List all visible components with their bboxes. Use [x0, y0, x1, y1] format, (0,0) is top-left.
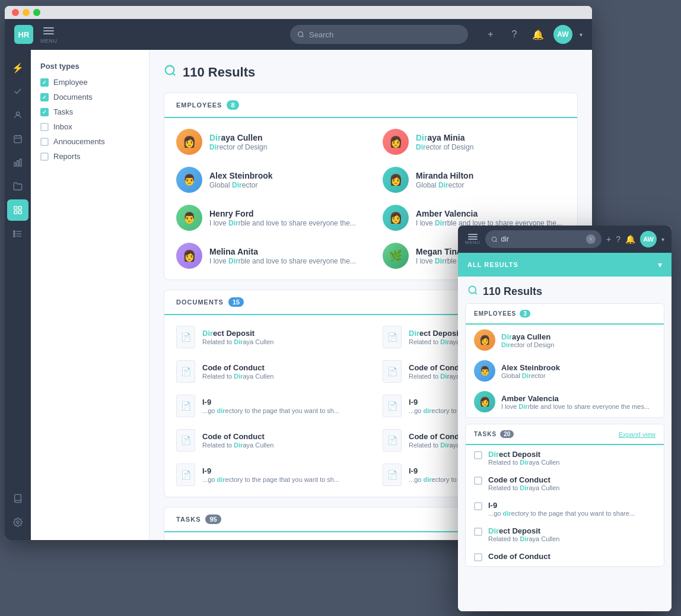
svg-rect-9	[20, 159, 21, 166]
popup-task-item[interactable]: I-9 ...go directory to the page that you…	[466, 496, 664, 522]
popup-add-icon[interactable]: +	[606, 234, 611, 244]
popup-task-checkbox[interactable]	[474, 553, 482, 561]
search-bar[interactable]: Search	[290, 25, 468, 44]
popup-task-name: Code of Conduct	[488, 475, 559, 484]
popup-user-avatar[interactable]: AW	[640, 231, 657, 247]
filter-reports[interactable]: Reports	[40, 152, 139, 161]
svg-rect-3	[14, 136, 21, 143]
popup-employee-item[interactable]: 👩 Diraya Cullen Director of Design	[466, 325, 664, 355]
popup-menu-button[interactable]	[468, 234, 478, 240]
employee-item[interactable]: 👩 Diraya Cullen Director of Design	[164, 123, 371, 161]
sidebar-icon-calendar[interactable]	[7, 128, 28, 150]
doc-item[interactable]: 📄 Code of Conduct Related to Diraya Cull…	[164, 423, 371, 458]
sidebar-icon-folder[interactable]	[7, 176, 28, 197]
sidebar-icon-bolt[interactable]: ⚡	[7, 57, 28, 78]
popup-avatar: 👩	[474, 329, 495, 351]
employee-item[interactable]: 👩 Diraya Minia Director of Design	[371, 123, 577, 161]
filter-announcements-checkbox[interactable]	[40, 138, 49, 146]
popup-employee-item[interactable]: 👩 Amber Valencia I love Dirrble and love…	[466, 386, 664, 417]
popup-employee-item[interactable]: 👨 Alex Steinbrook Global Director	[466, 355, 664, 386]
minimize-dot[interactable]	[23, 9, 30, 16]
filter-tasks[interactable]: Tasks	[40, 107, 139, 116]
employees-section-title: EMPLOYEES	[176, 101, 222, 109]
document-icon: 📄	[176, 429, 195, 452]
employee-name: Miranda Hilton	[416, 170, 473, 181]
filter-inbox-checkbox[interactable]	[40, 123, 49, 131]
sidebar-icon-grid[interactable]	[7, 199, 28, 221]
filter-tasks-checkbox[interactable]	[40, 108, 49, 116]
employee-name: Diraya Minia	[416, 132, 473, 143]
employee-item[interactable]: 👨 Henry Ford I love Dirrble and love to …	[164, 199, 371, 237]
employee-info: Henry Ford I love Dirrble and love to sh…	[209, 208, 356, 227]
avatar: 🌿	[383, 243, 409, 269]
employee-info: Melina Anita I love Dirrble and love to …	[209, 246, 356, 265]
filter-inbox[interactable]: Inbox	[40, 122, 139, 131]
popup-task-checkbox[interactable]	[474, 502, 482, 510]
popup-task-item[interactable]: Direct Deposit Related to Diraya Cullen	[466, 445, 664, 471]
popup-menu-group[interactable]: MENU	[465, 234, 480, 245]
popup-help-icon[interactable]: ?	[616, 234, 620, 244]
popup-expand-view[interactable]: Expand view	[619, 431, 655, 438]
filter-reports-checkbox[interactable]	[40, 153, 49, 161]
popup-tasks-title: TASKS	[474, 431, 497, 437]
filter-employee-checkbox[interactable]	[40, 78, 49, 87]
menu-group[interactable]: MENU	[40, 25, 58, 44]
document-icon: 📄	[176, 360, 195, 383]
popup-task-name: Code of Conduct	[488, 552, 550, 561]
popup-task-checkbox[interactable]	[474, 477, 482, 485]
popup-clear-button[interactable]: ×	[586, 234, 596, 244]
employee-item[interactable]: 👩 Miranda Hilton Global Director	[371, 161, 577, 199]
doc-item[interactable]: 📄 Code of Conduct Related to Diraya Cull…	[164, 354, 371, 389]
svg-rect-10	[14, 207, 17, 209]
employee-name: Diraya Cullen	[209, 132, 267, 143]
avatar: 👩	[176, 243, 202, 269]
chevron-down-icon[interactable]: ▾	[580, 31, 583, 38]
popup-task-item[interactable]: Direct Deposit Related to Diraya Cullen	[466, 522, 664, 547]
popup-task-item[interactable]: Code of Conduct Related to Diraya Cullen	[466, 471, 664, 496]
popup-all-results-bar[interactable]: ALL RESULTS ▾	[458, 253, 672, 277]
doc-item[interactable]: 📄 I-9 ...go directory to the page that y…	[164, 458, 371, 492]
filter-inbox-label: Inbox	[53, 122, 72, 131]
employee-item[interactable]: 👩 Melina Anita I love Dirrble and love t…	[164, 237, 371, 275]
popup-search-bar[interactable]: dir ×	[485, 230, 602, 248]
close-dot[interactable]	[12, 9, 19, 16]
menu-label: MENU	[40, 38, 58, 44]
filter-documents-checkbox[interactable]	[40, 93, 49, 101]
add-icon[interactable]: +	[482, 26, 499, 43]
doc-item[interactable]: 📄 Direct Deposit Related to Diraya Culle…	[164, 320, 371, 354]
popup-task-checkbox[interactable]	[474, 451, 482, 459]
help-icon[interactable]: ?	[506, 26, 523, 43]
popup-chevron-down-icon[interactable]: ▾	[661, 236, 664, 243]
document-icon: 📄	[176, 463, 195, 486]
sidebar-icon-chart[interactable]	[7, 152, 28, 173]
sidebar-icon-user[interactable]	[7, 104, 28, 126]
popup-task-sub: ...go directory to the page that you wan…	[488, 510, 635, 517]
doc-name: I-9	[202, 466, 339, 477]
popup-bell-icon[interactable]: 🔔	[625, 234, 635, 244]
popup-task-name: Direct Deposit	[488, 450, 559, 459]
sidebar-icon-book[interactable]	[7, 488, 28, 509]
sidebar-icon-settings[interactable]	[7, 512, 28, 533]
filter-announcements[interactable]: Annoucements	[40, 137, 139, 146]
filter-employee[interactable]: Employee	[40, 78, 139, 87]
bell-icon[interactable]: 🔔	[530, 26, 546, 43]
popup-emp-info: Diraya Cullen Director of Design	[501, 332, 554, 348]
filter-announcements-label: Annoucements	[53, 137, 105, 146]
popup-emp-role: Global Director	[501, 372, 560, 379]
sidebar-icon-check[interactable]	[7, 81, 28, 102]
maximize-dot[interactable]	[33, 9, 40, 16]
user-avatar[interactable]: AW	[553, 25, 572, 44]
sidebar-icon-list[interactable]	[7, 223, 28, 245]
doc-info: Code of Conduct Related to Diraya Cullen	[202, 432, 273, 449]
employee-info: Miranda Hilton Global Director	[416, 170, 473, 189]
document-icon: 📄	[176, 326, 195, 348]
popup-employees-title: EMPLOYEES	[474, 310, 516, 317]
documents-section-title: DOCUMENTS	[176, 299, 224, 306]
popup-emp-name: Alex Steinbrook	[501, 363, 560, 372]
menu-button[interactable]	[41, 25, 56, 37]
employee-item[interactable]: 👨 Alex Steinbrook Global Director	[164, 161, 371, 199]
popup-task-item[interactable]: Code of Conduct	[466, 547, 664, 566]
filter-documents[interactable]: Documents	[40, 93, 139, 101]
popup-task-checkbox[interactable]	[474, 528, 482, 536]
doc-item[interactable]: 📄 I-9 ...go directory to the page that y…	[164, 389, 371, 423]
